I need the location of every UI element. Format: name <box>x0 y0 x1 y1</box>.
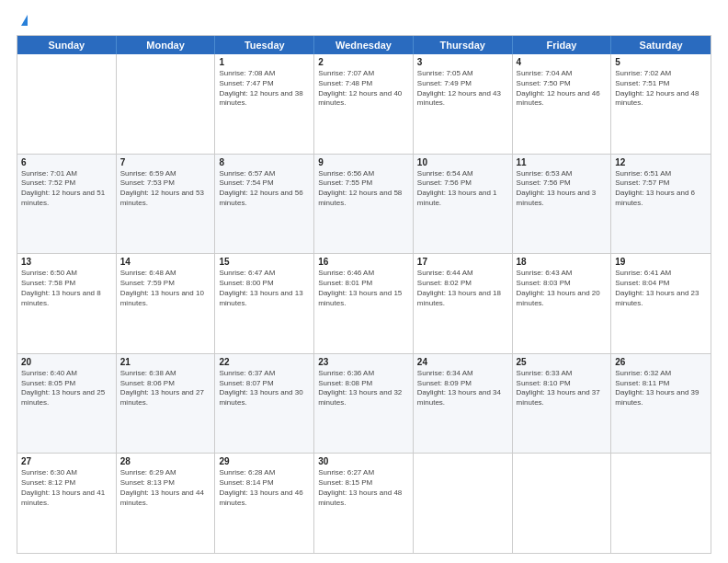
day-number: 19 <box>615 257 707 267</box>
cell-daylight-info: Sunrise: 6:36 AM Sunset: 8:08 PM Dayligh… <box>318 369 409 408</box>
cell-daylight-info: Sunrise: 6:38 AM Sunset: 8:06 PM Dayligh… <box>120 369 211 408</box>
logo-triangle-icon <box>21 15 28 26</box>
cell-daylight-info: Sunrise: 6:46 AM Sunset: 8:01 PM Dayligh… <box>318 269 409 308</box>
page: SundayMondayTuesdayWednesdayThursdayFrid… <box>0 0 728 563</box>
day-number: 22 <box>219 357 310 367</box>
header <box>17 15 711 26</box>
weekday-header: Thursday <box>414 36 513 54</box>
cell-daylight-info: Sunrise: 6:56 AM Sunset: 7:55 PM Dayligh… <box>318 169 409 209</box>
cell-daylight-info: Sunrise: 6:32 AM Sunset: 8:11 PM Dayligh… <box>615 369 707 408</box>
calendar-header: SundayMondayTuesdayWednesdayThursdayFrid… <box>17 36 711 54</box>
calendar-cell <box>513 454 612 553</box>
day-number: 20 <box>21 357 112 367</box>
calendar-cell: 23Sunrise: 6:36 AM Sunset: 8:08 PM Dayli… <box>314 354 414 454</box>
day-number: 16 <box>318 257 409 267</box>
calendar-cell: 28Sunrise: 6:29 AM Sunset: 8:13 PM Dayli… <box>117 454 216 553</box>
cell-daylight-info: Sunrise: 6:33 AM Sunset: 8:10 PM Dayligh… <box>517 369 608 408</box>
calendar-row: 1Sunrise: 7:08 AM Sunset: 7:47 PM Daylig… <box>17 54 711 155</box>
calendar-cell: 12Sunrise: 6:51 AM Sunset: 7:57 PM Dayli… <box>611 155 711 254</box>
cell-daylight-info: Sunrise: 6:37 AM Sunset: 8:07 PM Dayligh… <box>219 369 310 408</box>
day-number: 13 <box>21 257 112 267</box>
day-number: 10 <box>417 157 508 167</box>
calendar-cell: 15Sunrise: 6:47 AM Sunset: 8:00 PM Dayli… <box>215 254 314 353</box>
calendar-cell: 22Sunrise: 6:37 AM Sunset: 8:07 PM Dayli… <box>215 354 314 454</box>
day-number: 29 <box>219 456 310 466</box>
calendar-cell: 11Sunrise: 6:53 AM Sunset: 7:56 PM Dayli… <box>513 155 612 254</box>
cell-daylight-info: Sunrise: 6:43 AM Sunset: 8:03 PM Dayligh… <box>517 269 608 308</box>
calendar-cell: 18Sunrise: 6:43 AM Sunset: 8:03 PM Dayli… <box>513 254 612 353</box>
cell-daylight-info: Sunrise: 6:50 AM Sunset: 7:58 PM Dayligh… <box>21 269 112 308</box>
cell-daylight-info: Sunrise: 6:34 AM Sunset: 8:09 PM Dayligh… <box>417 369 508 408</box>
calendar-row: 27Sunrise: 6:30 AM Sunset: 8:12 PM Dayli… <box>17 454 711 553</box>
day-number: 5 <box>615 57 707 67</box>
calendar-cell: 4Sunrise: 7:04 AM Sunset: 7:50 PM Daylig… <box>513 54 612 154</box>
calendar-body: 1Sunrise: 7:08 AM Sunset: 7:47 PM Daylig… <box>17 54 711 553</box>
weekday-header: Monday <box>117 36 216 54</box>
cell-daylight-info: Sunrise: 6:53 AM Sunset: 7:56 PM Dayligh… <box>517 169 608 209</box>
day-number: 4 <box>517 57 608 67</box>
calendar-row: 6Sunrise: 7:01 AM Sunset: 7:52 PM Daylig… <box>17 155 711 255</box>
day-number: 17 <box>417 257 508 267</box>
calendar-cell: 8Sunrise: 6:57 AM Sunset: 7:54 PM Daylig… <box>215 155 314 254</box>
day-number: 6 <box>21 157 112 167</box>
day-number: 26 <box>615 357 707 367</box>
day-number: 23 <box>318 357 409 367</box>
day-number: 14 <box>120 257 211 267</box>
calendar-cell: 5Sunrise: 7:02 AM Sunset: 7:51 PM Daylig… <box>611 54 711 154</box>
cell-daylight-info: Sunrise: 7:04 AM Sunset: 7:50 PM Dayligh… <box>517 69 608 109</box>
calendar-cell <box>611 454 711 553</box>
calendar-cell: 19Sunrise: 6:41 AM Sunset: 8:04 PM Dayli… <box>611 254 711 353</box>
cell-daylight-info: Sunrise: 6:44 AM Sunset: 8:02 PM Dayligh… <box>417 269 508 308</box>
calendar-cell: 20Sunrise: 6:40 AM Sunset: 8:05 PM Dayli… <box>17 354 117 454</box>
day-number: 27 <box>21 456 112 466</box>
cell-daylight-info: Sunrise: 6:41 AM Sunset: 8:04 PM Dayligh… <box>615 269 707 308</box>
calendar-cell <box>414 454 513 553</box>
calendar-cell: 9Sunrise: 6:56 AM Sunset: 7:55 PM Daylig… <box>314 155 414 254</box>
cell-daylight-info: Sunrise: 6:27 AM Sunset: 8:15 PM Dayligh… <box>318 468 409 508</box>
weekday-header: Saturday <box>611 36 711 54</box>
calendar-cell: 26Sunrise: 6:32 AM Sunset: 8:11 PM Dayli… <box>611 354 711 454</box>
calendar-cell: 21Sunrise: 6:38 AM Sunset: 8:06 PM Dayli… <box>117 354 216 454</box>
calendar-cell: 16Sunrise: 6:46 AM Sunset: 8:01 PM Dayli… <box>314 254 414 353</box>
calendar-cell: 30Sunrise: 6:27 AM Sunset: 8:15 PM Dayli… <box>314 454 414 553</box>
day-number: 24 <box>417 357 508 367</box>
day-number: 28 <box>120 456 211 466</box>
cell-daylight-info: Sunrise: 6:40 AM Sunset: 8:05 PM Dayligh… <box>21 369 112 408</box>
cell-daylight-info: Sunrise: 7:05 AM Sunset: 7:49 PM Dayligh… <box>417 69 508 109</box>
day-number: 12 <box>615 157 707 167</box>
calendar-cell: 6Sunrise: 7:01 AM Sunset: 7:52 PM Daylig… <box>17 155 117 254</box>
calendar-cell: 24Sunrise: 6:34 AM Sunset: 8:09 PM Dayli… <box>414 354 513 454</box>
logo <box>17 15 28 26</box>
day-number: 15 <box>219 257 310 267</box>
day-number: 3 <box>417 57 508 67</box>
calendar-row: 13Sunrise: 6:50 AM Sunset: 7:58 PM Dayli… <box>17 254 711 354</box>
cell-daylight-info: Sunrise: 7:07 AM Sunset: 7:48 PM Dayligh… <box>318 69 409 109</box>
calendar-cell: 7Sunrise: 6:59 AM Sunset: 7:53 PM Daylig… <box>117 155 216 254</box>
day-number: 2 <box>318 57 409 67</box>
calendar-cell: 2Sunrise: 7:07 AM Sunset: 7:48 PM Daylig… <box>314 54 414 154</box>
calendar-cell: 1Sunrise: 7:08 AM Sunset: 7:47 PM Daylig… <box>215 54 314 154</box>
cell-daylight-info: Sunrise: 6:57 AM Sunset: 7:54 PM Dayligh… <box>219 169 310 209</box>
day-number: 9 <box>318 157 409 167</box>
calendar-cell: 25Sunrise: 6:33 AM Sunset: 8:10 PM Dayli… <box>513 354 612 454</box>
cell-daylight-info: Sunrise: 6:59 AM Sunset: 7:53 PM Dayligh… <box>120 169 211 209</box>
day-number: 8 <box>219 157 310 167</box>
cell-daylight-info: Sunrise: 6:28 AM Sunset: 8:14 PM Dayligh… <box>219 468 310 508</box>
day-number: 30 <box>318 456 409 466</box>
calendar-cell: 27Sunrise: 6:30 AM Sunset: 8:12 PM Dayli… <box>17 454 117 553</box>
weekday-header: Wednesday <box>314 36 414 54</box>
calendar-cell <box>117 54 216 154</box>
cell-daylight-info: Sunrise: 6:29 AM Sunset: 8:13 PM Dayligh… <box>120 468 211 508</box>
calendar-cell: 17Sunrise: 6:44 AM Sunset: 8:02 PM Dayli… <box>414 254 513 353</box>
day-number: 21 <box>120 357 211 367</box>
day-number: 1 <box>219 57 310 67</box>
weekday-header: Friday <box>513 36 612 54</box>
day-number: 7 <box>120 157 211 167</box>
cell-daylight-info: Sunrise: 6:47 AM Sunset: 8:00 PM Dayligh… <box>219 269 310 308</box>
calendar-cell: 14Sunrise: 6:48 AM Sunset: 7:59 PM Dayli… <box>117 254 216 353</box>
calendar-cell: 3Sunrise: 7:05 AM Sunset: 7:49 PM Daylig… <box>414 54 513 154</box>
cell-daylight-info: Sunrise: 6:48 AM Sunset: 7:59 PM Dayligh… <box>120 269 211 308</box>
day-number: 11 <box>517 157 608 167</box>
calendar: SundayMondayTuesdayWednesdayThursdayFrid… <box>17 35 711 554</box>
day-number: 25 <box>517 357 608 367</box>
